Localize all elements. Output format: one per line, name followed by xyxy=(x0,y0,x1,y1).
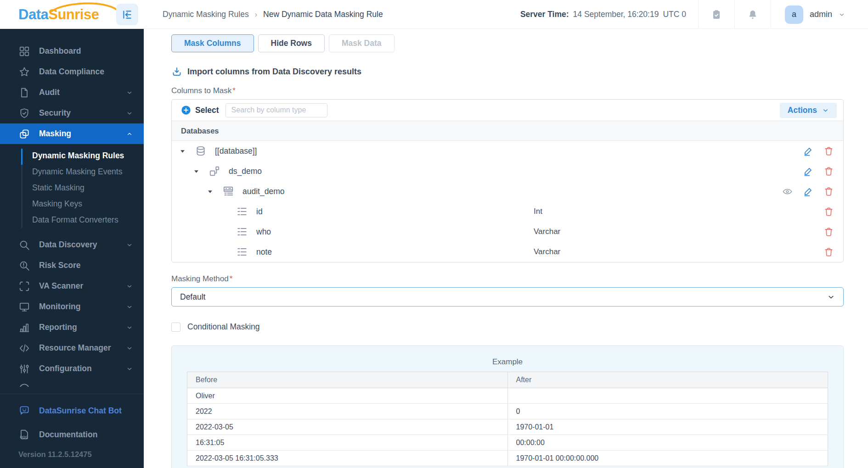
tree-row-audit-demo: audit_demo xyxy=(172,181,843,201)
top-bar: DataSunrise Dynamic Masking Rules › New … xyxy=(0,0,868,29)
topbar-right-cluster: Server Time: 14 September, 16:20:19 UTC … xyxy=(520,0,868,29)
trash-icon[interactable] xyxy=(823,247,834,257)
svg-text:DOC: DOC xyxy=(20,435,28,439)
example-cell: 2022-03-05 16:31:05.333 xyxy=(187,451,508,466)
chevron-down-icon xyxy=(126,242,133,248)
sidebar-item-va-scanner[interactable]: VA Scanner xyxy=(0,276,144,296)
tree-caret-icon[interactable] xyxy=(180,149,186,154)
select-columns-button[interactable]: Select xyxy=(181,105,219,115)
trash-icon[interactable] xyxy=(823,166,834,177)
table-icon xyxy=(222,185,234,197)
partial-nav-icon xyxy=(18,382,144,387)
tree-caret-icon[interactable] xyxy=(194,169,200,174)
sidebar-item-risk-score[interactable]: Risk Score xyxy=(0,255,144,276)
sidebar-item-masking[interactable]: Masking xyxy=(0,123,144,144)
sidebar-item-monitoring[interactable]: Monitoring xyxy=(0,296,144,317)
server-time: Server Time: 14 September, 16:20:19 UTC … xyxy=(520,10,698,19)
grid-icon xyxy=(18,45,30,57)
sidebar-item-documentation[interactable]: DOC Documentation xyxy=(0,423,144,446)
sidebar-item-data-compliance[interactable]: Data Compliance xyxy=(0,61,144,82)
chevron-down-icon xyxy=(126,110,133,117)
column-search-input[interactable] xyxy=(225,103,327,117)
main-content: Mask ColumnsHide RowsMask Data Import co… xyxy=(144,29,868,468)
documentation-label: Documentation xyxy=(39,430,97,440)
actions-button[interactable]: Actions xyxy=(780,103,837,118)
tab-mask-columns[interactable]: Mask Columns xyxy=(171,34,254,52)
user-menu[interactable]: a admin xyxy=(771,6,868,24)
risk-icon xyxy=(18,260,30,272)
import-columns-link[interactable]: Import columns from Data Discovery resul… xyxy=(171,66,844,77)
version-label: Version 11.2.5.12475 xyxy=(0,446,144,468)
example-cell: 0 xyxy=(507,404,828,419)
example-row: Oliver xyxy=(187,388,828,404)
tasks-button[interactable] xyxy=(699,0,734,29)
tree-row-id: idInt xyxy=(172,201,843,222)
example-cell: 1970-01-01 00:00:00.000 xyxy=(507,451,828,466)
tree-row-who: whoVarchar xyxy=(172,222,843,242)
monitor-icon xyxy=(18,301,30,313)
conditional-masking-checkbox[interactable] xyxy=(171,323,180,332)
tab-hide-rows[interactable]: Hide Rows xyxy=(258,34,325,52)
masking-method-value: Default xyxy=(180,292,205,302)
sidebar-item-data-discovery[interactable]: Data Discovery xyxy=(0,234,144,255)
sidebar-item-security[interactable]: Security xyxy=(0,103,144,123)
sidebar: DashboardData ComplianceAuditSecurityMas… xyxy=(0,29,144,468)
trash-icon[interactable] xyxy=(823,206,834,217)
scanner-icon xyxy=(18,280,30,292)
masking-method-label: Masking Method* xyxy=(171,274,844,284)
plus-circle-icon xyxy=(181,105,191,115)
select-button-label: Select xyxy=(195,106,219,115)
chevron-down-icon xyxy=(839,11,845,18)
logo-text-data: Data xyxy=(18,6,48,23)
pencil-icon[interactable] xyxy=(803,146,813,156)
masking-method-select[interactable]: Default xyxy=(171,287,844,306)
chart-icon xyxy=(18,322,30,334)
eye-icon[interactable] xyxy=(782,186,793,197)
documentation-icon: DOC xyxy=(18,429,30,440)
breadcrumb: Dynamic Masking Rules › New Dynamic Data… xyxy=(163,0,383,29)
search-icon xyxy=(18,239,30,251)
trash-icon[interactable] xyxy=(823,146,834,156)
bell-icon xyxy=(747,9,758,20)
submenu-active-marker xyxy=(21,149,23,165)
sidebar-divider xyxy=(0,394,144,394)
example-row: 2022-03-051970-01-01 xyxy=(187,419,828,435)
sidebar-item-audit[interactable]: Audit xyxy=(0,82,144,103)
notifications-button[interactable] xyxy=(735,0,771,29)
sliders-icon xyxy=(18,363,30,375)
breadcrumb-separator: › xyxy=(255,11,257,19)
sidebar-item-resource-manager[interactable]: Resource Manager xyxy=(0,338,144,358)
star-icon xyxy=(18,66,30,78)
sidebar-item-chat-bot[interactable]: DataSunrise Chat Bot xyxy=(0,399,144,423)
sidebar-item-reporting[interactable]: Reporting xyxy=(0,317,144,338)
pencil-icon[interactable] xyxy=(803,186,813,197)
trash-icon[interactable] xyxy=(823,227,834,237)
example-cell: 16:31:05 xyxy=(187,435,508,451)
sidebar-item-configuration[interactable]: Configuration xyxy=(0,358,144,379)
example-cell: 2022-03-05 xyxy=(187,419,508,435)
chevron-down-icon xyxy=(126,283,133,290)
pencil-icon[interactable] xyxy=(803,166,813,177)
conditional-masking-row: Conditional Masking xyxy=(171,322,844,332)
chevron-up-icon xyxy=(126,131,133,137)
sidebar-nav-top: DashboardData ComplianceAuditSecurityMas… xyxy=(0,29,144,144)
sidebar-item-dashboard[interactable]: Dashboard xyxy=(0,41,144,61)
databases-header: Databases xyxy=(172,121,843,141)
breadcrumb-parent[interactable]: Dynamic Masking Rules xyxy=(163,10,249,19)
example-col-before: Before xyxy=(187,372,508,388)
sidebar-nav-bottom: Data DiscoveryRisk ScoreVA ScannerMonito… xyxy=(0,233,144,379)
columns-to-mask-label: Columns to Mask* xyxy=(171,86,844,95)
sidebar-collapse-button[interactable] xyxy=(116,4,138,25)
trash-icon[interactable] xyxy=(823,186,834,197)
avatar: a xyxy=(785,6,803,24)
sidebar-footer: DataSunrise Chat Bot DOC Documentation V… xyxy=(0,394,144,468)
download-icon xyxy=(171,66,182,77)
schema-icon xyxy=(209,165,220,177)
actions-button-label: Actions xyxy=(788,106,817,115)
tree-row-note: noteVarchar xyxy=(172,242,843,262)
tree-caret-icon[interactable] xyxy=(208,189,214,194)
import-columns-label: Import columns from Data Discovery resul… xyxy=(187,67,361,77)
example-cell: 2022 xyxy=(187,404,508,419)
user-name: admin xyxy=(810,10,832,19)
columns-panel: Select Actions Databases [[database]]ds_… xyxy=(171,99,844,262)
